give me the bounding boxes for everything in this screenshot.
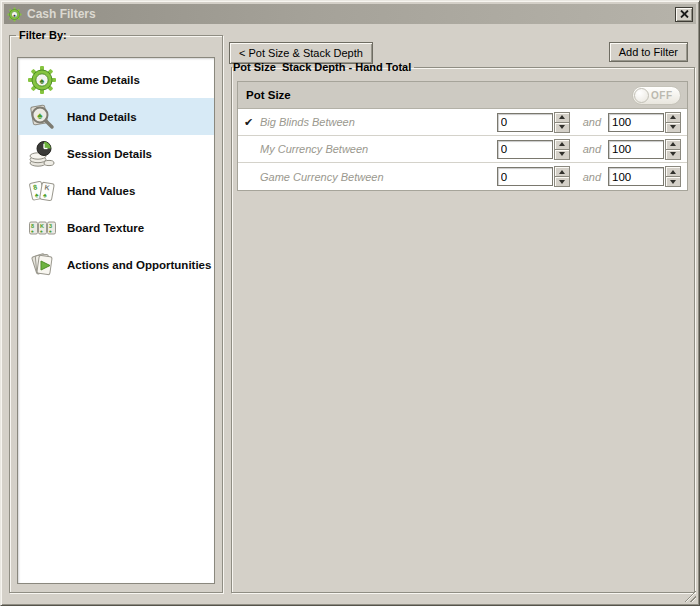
row-controls: and xyxy=(497,139,681,160)
row-game-currency-between[interactable]: Game Currency Between and xyxy=(238,163,687,190)
sidebar-item-label: Hand Values xyxy=(67,185,135,197)
spin-up-button[interactable] xyxy=(554,139,570,150)
add-to-filter-button[interactable]: Add to Filter xyxy=(609,42,688,62)
max-value-stepper xyxy=(665,166,681,187)
close-icon xyxy=(680,10,689,18)
max-value-input[interactable] xyxy=(608,167,664,186)
cash-filters-dialog: ♠ Cash Filters Filter By: xyxy=(0,0,700,606)
toggle-state-label: OFF xyxy=(651,90,673,101)
pot-size-stack-depth-group: Pot Size Stack Depth - Hand Total Pot Si… xyxy=(231,61,695,593)
toggle-knob xyxy=(634,88,649,103)
action-cards-icon xyxy=(27,250,57,280)
sidebar-item-label: Board Texture xyxy=(67,222,144,234)
section-title: Pot Size xyxy=(246,89,291,101)
sidebar-item-label: Actions and Opportunities xyxy=(67,259,211,271)
sidebar-item-game-details[interactable]: ♠ Game Details xyxy=(18,61,214,98)
spin-down-button[interactable] xyxy=(554,123,570,133)
min-value-stepper xyxy=(554,112,570,133)
min-value-stepper xyxy=(554,139,570,160)
spade-glyph: ♠ xyxy=(31,228,34,234)
spin-down-button[interactable] xyxy=(554,177,570,187)
sidebar-item-hand-details[interactable]: ♠ Hand Details xyxy=(18,98,214,135)
sidebar-item-board-texture[interactable]: 8 K 3 ♠ ♠ ♠ Board Texture xyxy=(18,209,214,246)
row-checkmark: ✔ xyxy=(244,116,257,129)
max-value-stepper xyxy=(665,112,681,133)
min-value-input[interactable] xyxy=(497,140,553,159)
sidebar-item-actions-opportunities[interactable]: Actions and Opportunities xyxy=(18,246,214,283)
min-value-input[interactable] xyxy=(497,113,553,132)
window-title: Cash Filters xyxy=(27,7,96,21)
max-value-input[interactable] xyxy=(608,140,664,159)
gear-spade-icon: ♠ xyxy=(27,65,57,95)
row-big-blinds-between[interactable]: ✔ Big Blinds Between and xyxy=(238,109,687,136)
sidebar-item-label: Hand Details xyxy=(67,111,137,123)
and-label: and xyxy=(583,143,601,155)
filter-by-group: Filter By: ♠ xyxy=(9,29,223,593)
group-title: Pot Size Stack Depth - Hand Total xyxy=(232,61,414,73)
sidebar-item-label: Game Details xyxy=(67,74,140,86)
min-value-stepper xyxy=(554,166,570,187)
board-cards-icon: 8 K 3 ♠ ♠ ♠ xyxy=(27,213,57,243)
spin-up-button[interactable] xyxy=(665,112,681,123)
close-button[interactable] xyxy=(675,7,693,22)
sidebar-item-label: Session Details xyxy=(67,148,152,160)
spade-glyph: ♠ xyxy=(49,228,52,234)
sidebar-item-session-details[interactable]: Session Details xyxy=(18,135,214,172)
max-value-input[interactable] xyxy=(608,113,664,132)
pot-size-toggle[interactable]: OFF xyxy=(632,86,681,105)
filter-by-label: Filter By: xyxy=(16,29,70,41)
spade-glyph: ♠ xyxy=(40,76,45,86)
coins-clock-icon xyxy=(27,139,57,169)
row-controls: and xyxy=(497,166,681,187)
spin-up-button[interactable] xyxy=(665,139,681,150)
row-label: Game Currency Between xyxy=(260,171,384,183)
min-value-input[interactable] xyxy=(497,167,553,186)
titlebar[interactable]: ♠ Cash Filters xyxy=(4,4,696,24)
spin-down-button[interactable] xyxy=(665,177,681,187)
spin-down-button[interactable] xyxy=(554,150,570,160)
sidebar-item-hand-values[interactable]: 8 ♠ K ♠ Hand Values xyxy=(18,172,214,209)
and-label: and xyxy=(583,171,601,183)
app-gear-icon: ♠ xyxy=(7,7,22,22)
pot-size-panel: Pot Size OFF ✔ Big Blinds Between and xyxy=(237,81,688,191)
row-label: My Currency Between xyxy=(260,143,368,155)
and-label: and xyxy=(583,116,601,128)
spin-down-button[interactable] xyxy=(665,123,681,133)
filter-category-list: ♠ Game Details ♠ Hand Details xyxy=(17,57,215,584)
playing-cards-icon: 8 ♠ K ♠ xyxy=(27,176,57,206)
spin-up-button[interactable] xyxy=(554,166,570,177)
pot-size-header: Pot Size OFF xyxy=(238,82,687,109)
spin-up-button[interactable] xyxy=(554,112,570,123)
row-controls: and xyxy=(497,112,681,133)
spade-glyph: ♠ xyxy=(40,228,43,234)
max-value-stepper xyxy=(665,139,681,160)
card-magnifier-icon: ♠ xyxy=(27,102,57,132)
spin-down-button[interactable] xyxy=(665,150,681,160)
spade-glyph: ♠ xyxy=(37,110,43,121)
row-my-currency-between[interactable]: My Currency Between and xyxy=(238,136,687,163)
spin-up-button[interactable] xyxy=(665,166,681,177)
row-label: Big Blinds Between xyxy=(260,116,355,128)
